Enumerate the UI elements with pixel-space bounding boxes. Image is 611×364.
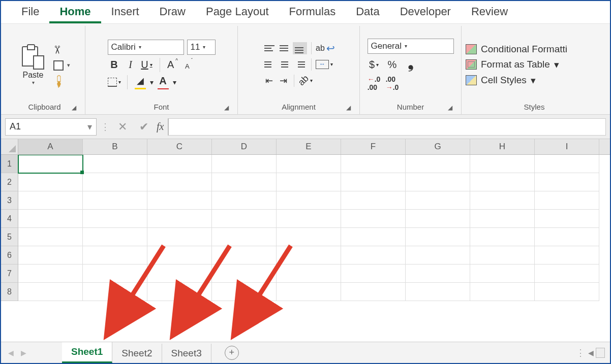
cell-A3[interactable]	[18, 191, 83, 210]
chevron-down-icon[interactable]: ▾	[173, 78, 176, 86]
increase-indent-button[interactable]: ⇥	[277, 74, 290, 88]
cell-B6[interactable]	[83, 246, 147, 264]
row-header-5[interactable]: 5	[1, 228, 18, 246]
grow-font-button[interactable]: A^	[166, 58, 179, 72]
cell-C5[interactable]	[147, 228, 212, 246]
sheet-tab-3[interactable]: Sheet3	[162, 344, 211, 363]
cell-B5[interactable]	[83, 228, 147, 246]
chevron-down-icon[interactable]: ▾	[139, 44, 141, 50]
cell-D1[interactable]	[212, 155, 277, 173]
cell-G2[interactable]	[406, 173, 470, 191]
tab-file[interactable]: File	[11, 1, 49, 23]
cell-A2[interactable]	[18, 173, 83, 191]
comma-format-button[interactable]: ❟	[404, 58, 417, 72]
cell-E7[interactable]	[277, 264, 341, 283]
cell-G8[interactable]	[406, 283, 470, 301]
dialog-launcher-icon[interactable]: ◢	[346, 104, 353, 111]
row-header-1[interactable]: 1	[1, 155, 18, 173]
column-header-E[interactable]: E	[277, 139, 341, 154]
tab-data[interactable]: Data	[346, 1, 389, 23]
align-center-button[interactable]	[278, 58, 292, 71]
formula-input[interactable]	[168, 118, 606, 136]
align-top-button[interactable]	[262, 42, 277, 54]
cell-H7[interactable]	[470, 264, 535, 283]
cell-E5[interactable]	[277, 228, 341, 246]
tab-insert[interactable]: Insert	[101, 1, 149, 23]
align-left-button[interactable]	[262, 58, 277, 71]
resize-handle-icon[interactable]: ⋮	[576, 347, 585, 358]
chevron-down-icon[interactable]: ▾	[330, 61, 333, 67]
cell-D7[interactable]	[212, 264, 277, 283]
cell-I3[interactable]	[535, 191, 599, 210]
cell-H6[interactable]	[470, 246, 535, 264]
cell-G6[interactable]	[406, 246, 470, 264]
cell-styles-button[interactable]: Cell Styles ▾	[466, 75, 536, 86]
cell-C3[interactable]	[147, 191, 212, 210]
cell-C7[interactable]	[147, 264, 212, 283]
sheet-nav-prev[interactable]: ◀	[6, 349, 16, 357]
cell-B1[interactable]	[83, 155, 147, 173]
dialog-launcher-icon[interactable]: ◢	[448, 104, 455, 111]
sheet-tab-2[interactable]: Sheet2	[112, 344, 162, 363]
accept-formula-button[interactable]: ✔	[135, 120, 152, 134]
bold-button[interactable]: B	[108, 58, 121, 72]
cell-B3[interactable]	[83, 191, 147, 210]
column-header-C[interactable]: C	[147, 139, 212, 154]
dialog-launcher-icon[interactable]: ◢	[72, 104, 79, 111]
fill-color-button[interactable]: ◢	[134, 75, 147, 89]
italic-button[interactable]: I	[124, 58, 137, 72]
cell-I7[interactable]	[535, 264, 599, 283]
tab-draw[interactable]: Draw	[149, 1, 196, 23]
sheet-tab-1[interactable]: Sheet1	[62, 342, 112, 363]
dialog-launcher-icon[interactable]: ◢	[224, 104, 231, 111]
tab-home[interactable]: Home	[49, 1, 101, 23]
cell-F4[interactable]	[341, 210, 406, 228]
chevron-down-icon[interactable]: ▾	[554, 59, 559, 71]
copy-button[interactable]: ▾	[53, 60, 70, 71]
horizontal-scrollbar[interactable]: ◀	[588, 348, 605, 358]
cell-C1[interactable]	[147, 155, 212, 173]
underline-button[interactable]: U▾	[140, 58, 154, 72]
percent-format-button[interactable]: %	[386, 58, 399, 72]
tab-developer[interactable]: Developer	[390, 1, 461, 23]
column-header-I[interactable]: I	[535, 139, 599, 154]
column-header-H[interactable]: H	[470, 139, 535, 154]
chevron-down-icon[interactable]: ▾	[67, 62, 70, 69]
chevron-down-icon[interactable]: ▾	[376, 62, 379, 68]
cell-C4[interactable]	[147, 210, 212, 228]
cell-C2[interactable]	[147, 173, 212, 191]
font-name-combo[interactable]: Calibri▾	[108, 40, 184, 55]
cell-A4[interactable]	[18, 210, 83, 228]
cell-I8[interactable]	[535, 283, 599, 301]
cell-E1[interactable]	[277, 155, 341, 173]
cell-D5[interactable]	[212, 228, 277, 246]
cell-D2[interactable]	[212, 173, 277, 191]
cell-D3[interactable]	[212, 191, 277, 210]
chevron-down-icon[interactable]: ▾	[87, 121, 92, 133]
cell-H1[interactable]	[470, 155, 535, 173]
row-header-8[interactable]: 8	[1, 283, 18, 301]
accounting-format-button[interactable]: $▾	[368, 58, 381, 72]
column-header-F[interactable]: F	[341, 139, 406, 154]
cell-A1[interactable]	[18, 155, 83, 173]
decrease-decimal-button[interactable]: .00→.0	[386, 76, 399, 90]
cell-C8[interactable]	[147, 283, 212, 301]
cell-I1[interactable]	[535, 155, 599, 173]
cell-I6[interactable]	[535, 246, 599, 264]
cell-E6[interactable]	[277, 246, 341, 264]
column-header-D[interactable]: D	[212, 139, 277, 154]
orientation-button[interactable]: ab▾	[298, 74, 313, 88]
align-right-button[interactable]	[293, 58, 307, 71]
cut-button[interactable]: ✂	[53, 43, 70, 56]
chevron-down-icon[interactable]: ▾	[32, 80, 35, 85]
resize-handle-icon[interactable]: ⋮	[101, 121, 110, 133]
borders-button[interactable]: ▾	[108, 75, 121, 89]
format-as-table-button[interactable]: Format as Table ▾	[466, 59, 559, 71]
cell-I4[interactable]	[535, 210, 599, 228]
name-box[interactable]: A1 ▾	[5, 118, 97, 136]
sheet-nav-next[interactable]: ▶	[19, 349, 28, 357]
cell-E4[interactable]	[277, 210, 341, 228]
column-header-B[interactable]: B	[83, 139, 147, 154]
cell-F5[interactable]	[341, 228, 406, 246]
cell-I2[interactable]	[535, 173, 599, 191]
